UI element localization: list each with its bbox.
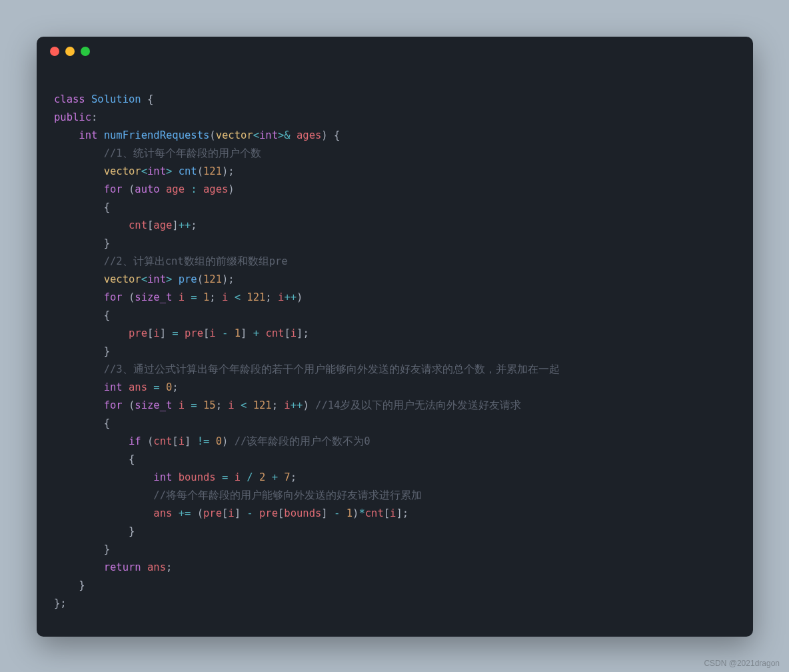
code-line: //1、统计每个年龄段的用户个数	[54, 147, 261, 159]
code-line: {	[54, 417, 110, 429]
titlebar	[37, 37, 753, 66]
minimize-icon[interactable]	[65, 47, 75, 56]
code-line: vector<int> cnt(121);	[54, 165, 235, 177]
code-line: vector<int> pre(121);	[54, 273, 235, 285]
code-line: for (size_t i = 15; i < 121; i++) //14岁及…	[54, 399, 521, 411]
code-line: };	[54, 597, 67, 609]
code-line: int numFriendRequests(vector<int>& ages)…	[54, 129, 340, 141]
code-line: for (size_t i = 1; i < 121; i++)	[54, 291, 303, 303]
code-line: {	[54, 201, 110, 213]
code-line: }	[54, 579, 85, 591]
code-line: int ans = 0;	[54, 381, 179, 393]
code-line: //将每个年龄段的用户能够向外发送的好友请求进行累加	[54, 489, 422, 501]
maximize-icon[interactable]	[81, 47, 90, 56]
code-line: int bounds = i / 2 + 7;	[54, 471, 297, 483]
code-line: return ans;	[54, 561, 172, 573]
code-line: }	[54, 525, 135, 537]
code-line: }	[54, 345, 110, 357]
code-block: class Solution { public: int numFriendRe…	[37, 66, 753, 630]
code-line: ans += (pre[i] - pre[bounds] - 1)*cnt[i]…	[54, 507, 408, 519]
code-line: //2、计算出cnt数组的前缀和数组pre	[54, 255, 288, 267]
code-line: }	[54, 543, 110, 555]
code-line: }	[54, 237, 110, 249]
code-line: {	[54, 309, 110, 321]
close-icon[interactable]	[50, 47, 59, 56]
code-line: public:	[54, 111, 97, 123]
code-line: for (auto age : ages)	[54, 183, 235, 195]
code-window: class Solution { public: int numFriendRe…	[37, 37, 753, 637]
code-line: pre[i] = pre[i - 1] + cnt[i];	[54, 327, 309, 339]
code-line: cnt[age]++;	[54, 219, 197, 231]
code-line: {	[54, 453, 135, 465]
code-line: class Solution {	[54, 93, 153, 105]
code-line: //3、通过公式计算出每个年龄段的若干个用户能够向外发送的好友请求的总个数，并累…	[54, 363, 560, 375]
watermark: CSDN @2021dragon	[704, 659, 780, 668]
code-line: if (cnt[i] != 0) //该年龄段的用户个数不为0	[54, 435, 371, 447]
